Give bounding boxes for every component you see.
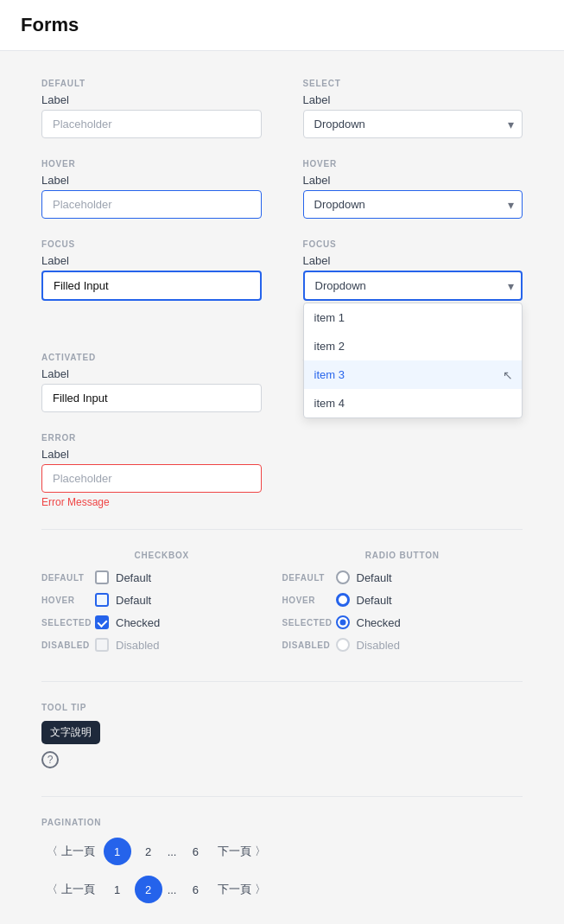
radio-hover[interactable] <box>336 593 350 607</box>
divider-3 <box>41 796 523 797</box>
rb-state-label-disabled: DISABLED <box>282 640 336 650</box>
page-dots-1: ... <box>166 845 179 858</box>
select-focus-wrapper: Dropdown ▾ item 1 item 2 item 3 ↖ item 4 <box>303 271 523 301</box>
page-btn-2-active[interactable]: 2 <box>135 876 162 903</box>
input-activated[interactable] <box>41 384 262 412</box>
input-default[interactable] <box>41 110 262 138</box>
error-message: Error Message <box>41 496 262 508</box>
rb-row-selected: SELECTED Checked <box>282 615 523 629</box>
cb-state-label-selected: SELECTED <box>41 618 95 628</box>
main-content: DEFAULT Label SELECT Label Dropdown ▾ HO… <box>0 51 564 924</box>
radio-checked[interactable] <box>336 615 350 629</box>
cb-item-disabled: Disabled <box>95 638 160 652</box>
cb-item-hover: Default <box>95 593 151 607</box>
cb-row-default: DEFAULT Default <box>41 570 282 584</box>
select-focus-label: Label <box>303 254 523 267</box>
prev-page-btn-2[interactable]: 〈 上一頁 <box>41 876 100 903</box>
rb-item-hover: Default <box>336 593 392 607</box>
rb-label-selected: Checked <box>357 616 401 629</box>
input-focus-section-label: FOCUS <box>41 239 262 249</box>
select-hover[interactable]: Dropdown <box>303 190 523 219</box>
input-hover-group: HOVER Label <box>41 159 262 219</box>
rb-state-label-default: DEFAULT <box>282 573 336 583</box>
select-focus-display[interactable]: Dropdown <box>303 271 523 301</box>
checkbox-checked[interactable] <box>95 615 109 629</box>
input-focus-label: Label <box>41 254 262 267</box>
input-default-label: Label <box>41 93 262 106</box>
input-default-group: DEFAULT Label <box>41 79 262 138</box>
select-default[interactable]: Dropdown <box>303 110 523 138</box>
row-hover: HOVER Label HOVER Label Dropdown ▾ <box>41 159 523 219</box>
page-btn-2-1[interactable]: 2 <box>135 838 162 865</box>
input-error-group: ERROR Label Error Message <box>41 433 262 508</box>
tooltip-section: TOOL TIP 文字說明 ? <box>41 703 523 768</box>
input-error[interactable] <box>41 464 262 493</box>
dropdown-item-3[interactable]: item 3 ↖ <box>304 360 523 389</box>
page-btn-last-1[interactable]: 6 <box>181 838 209 865</box>
cb-row-selected: SELECTED Checked <box>41 615 282 629</box>
pagination-row-1: 〈 上一頁 1 2 ... 6 下一頁 〉 <box>41 838 523 865</box>
input-error-section-label: ERROR <box>41 433 262 443</box>
cb-state-label-hover: HOVER <box>41 596 95 605</box>
dropdown-item-4[interactable]: item 4 <box>304 389 523 417</box>
select-default-wrapper: Dropdown ▾ <box>303 110 523 138</box>
checkbox-disabled <box>95 638 109 652</box>
input-focus[interactable] <box>41 271 262 301</box>
select-focus-value: Dropdown <box>315 279 366 292</box>
page-title: Forms <box>21 14 543 36</box>
cb-state-label-disabled: DISABLED <box>41 640 95 650</box>
checkbox-hover[interactable] <box>95 593 109 607</box>
radio-default[interactable] <box>336 570 350 584</box>
cb-label-default: Default <box>116 571 151 584</box>
select-hover-wrapper: Dropdown ▾ <box>303 190 523 219</box>
rb-state-label-selected: SELECTED <box>282 618 336 628</box>
input-error-label: Label <box>41 448 262 461</box>
select-focus-group: FOCUS Label Dropdown ▾ item 1 item 2 ite… <box>303 239 523 301</box>
prev-page-btn-1[interactable]: 〈 上一頁 <box>41 838 100 865</box>
rb-label-disabled: Disabled <box>357 639 401 652</box>
select-default-group: SELECT Label Dropdown ▾ <box>303 79 523 138</box>
cb-label-selected: Checked <box>116 616 160 629</box>
row-focus: FOCUS Label FOCUS Label Dropdown ▾ item … <box>41 239 523 301</box>
rb-row-hover: HOVER Default <box>282 593 523 607</box>
checkbox-title: CHECKBOX <box>41 551 282 560</box>
cb-label-hover: Default <box>116 594 151 607</box>
row-error: ERROR Label Error Message <box>41 433 523 508</box>
input-activated-section-label: ACTIVATED <box>41 353 262 362</box>
rb-row-disabled: DISABLED Disabled <box>282 638 523 652</box>
tooltip-section-label: TOOL TIP <box>41 703 523 712</box>
divider-2 <box>41 681 523 682</box>
cb-item-default: Default <box>95 570 151 584</box>
rb-row-default: DEFAULT Default <box>282 570 523 584</box>
radio-group: RADIO BUTTON DEFAULT Default HOVER Defau… <box>282 551 523 660</box>
dropdown-item-1[interactable]: item 1 <box>304 303 523 332</box>
rb-label-hover: Default <box>357 594 392 607</box>
page-header: Forms <box>0 0 564 51</box>
radio-disabled <box>336 638 350 652</box>
page-dots-2: ... <box>166 883 179 896</box>
cb-row-disabled: DISABLED Disabled <box>41 638 282 652</box>
checkbox-default[interactable] <box>95 570 109 584</box>
next-page-btn-2[interactable]: 下一頁 〉 <box>212 876 271 903</box>
input-hover[interactable] <box>41 190 262 219</box>
dropdown-menu: item 1 item 2 item 3 ↖ item 4 <box>303 303 523 418</box>
tooltip-trigger[interactable]: ? <box>41 751 59 768</box>
page-btn-1-2[interactable]: 1 <box>104 876 131 903</box>
next-page-btn-1[interactable]: 下一頁 〉 <box>212 838 271 865</box>
cb-rb-section: CHECKBOX DEFAULT Default HOVER Default S… <box>41 551 523 660</box>
page-btn-last-2[interactable]: 6 <box>181 876 209 903</box>
cb-state-label-default: DEFAULT <box>41 573 95 583</box>
rb-item-default: Default <box>336 570 392 584</box>
tooltip-bubble: 文字說明 <box>41 721 100 744</box>
select-empty-group <box>303 433 523 508</box>
input-hover-label: Label <box>41 174 262 187</box>
pagination-row-2: 〈 上一頁 1 2 ... 6 下一頁 〉 <box>41 876 523 903</box>
pagination-section-label: PAGINATION <box>41 818 523 827</box>
input-activated-group: ACTIVATED Label <box>41 353 262 412</box>
dropdown-item-2[interactable]: item 2 <box>304 332 523 360</box>
cb-label-disabled: Disabled <box>116 639 160 652</box>
page-btn-1-active[interactable]: 1 <box>104 838 131 865</box>
input-focus-group: FOCUS Label <box>41 239 262 301</box>
cb-row-hover: HOVER Default <box>41 593 282 607</box>
select-hover-section-label: HOVER <box>303 159 523 169</box>
